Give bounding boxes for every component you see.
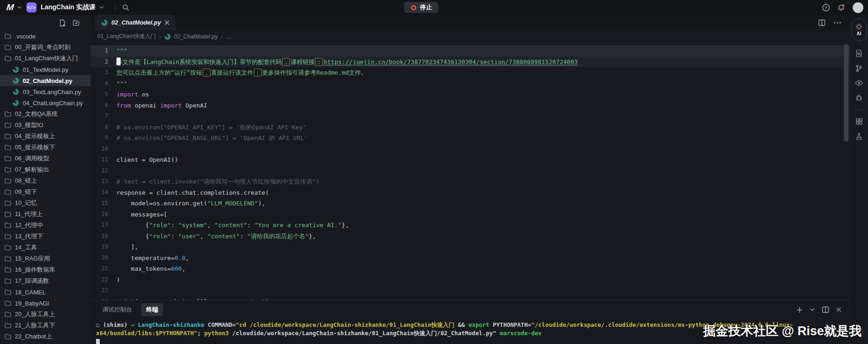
tree-item[interactable]: 02_ChatModel.py: [0, 75, 90, 86]
tree-item[interactable]: 15_RAG应用: [0, 253, 90, 264]
tree-item[interactable]: 01_LangChain快速入门: [0, 53, 90, 64]
line-number: 20: [90, 253, 108, 264]
tree-item[interactable]: 00_开篇词_奇点时刻: [0, 42, 90, 53]
terminal-cursor: [96, 339, 100, 344]
tree-item[interactable]: 08_链上: [0, 175, 90, 186]
preview-eye-icon[interactable]: [852, 77, 866, 89]
code-line[interactable]: 3您可以点击最上方的“运行”按钮，直接运行该文件；更多操作指引请参考Readme…: [90, 67, 849, 78]
bell-icon[interactable]: [837, 4, 845, 12]
code-token: ，: [203, 69, 211, 76]
tree-item[interactable]: 04_提示模板上: [0, 131, 90, 142]
new-folder-icon[interactable]: [73, 20, 80, 26]
code-line[interactable]: 22): [90, 274, 849, 286]
tree-item[interactable]: 03_TextLangChain.py: [0, 86, 90, 97]
tree-item[interactable]: 13_代理下: [0, 231, 90, 242]
debug-bug-icon[interactable]: [852, 92, 866, 104]
breadcrumb-item[interactable]: …: [226, 33, 231, 40]
code-line[interactable]: 9# os.environ["OPENAI_BASE_URL"] = 'Open…: [90, 133, 849, 144]
breadcrumb-item[interactable]: 02_ChatModel.py: [174, 33, 218, 40]
more-actions-icon[interactable]: [834, 22, 841, 24]
tree-item[interactable]: 12_代理中: [0, 220, 90, 231]
code-line[interactable]: 13# text = client.invoke("请给我写一句情人节红玫瑰的中…: [90, 176, 849, 187]
tree-item[interactable]: 07_解析输出: [0, 164, 90, 175]
close-panel-icon[interactable]: [836, 307, 841, 312]
tree-item[interactable]: 01_TextModel.py: [0, 64, 90, 75]
tree-item[interactable]: 11_代理上: [0, 209, 90, 220]
terminal-token: PYTHONPATH=: [493, 321, 531, 328]
stop-button[interactable]: 停止: [404, 2, 438, 13]
tree-item[interactable]: 05_提示模板下: [0, 142, 90, 153]
new-file-icon[interactable]: [59, 19, 66, 26]
split-editor-icon[interactable]: [818, 19, 825, 26]
code-line[interactable]: 18 {"role": "user", "content": "请给我的花店起个…: [90, 231, 849, 242]
folder-icon: [5, 334, 11, 339]
code-line[interactable]: 21 max_tokens=600,: [90, 263, 849, 274]
tab-debug-console[interactable]: 调试控制台: [97, 303, 137, 316]
code-line[interactable]: 1""": [90, 45, 849, 57]
code-line[interactable]: 17 {"role": "system", "content": "You ar…: [90, 220, 849, 231]
tree-item[interactable]: 20_人脉工具上: [0, 309, 90, 320]
project-icon[interactable]: </>: [26, 2, 37, 13]
code-line[interactable]: 4""": [90, 78, 849, 89]
tree-item[interactable]: 19_BabyAGI: [0, 298, 90, 309]
code-line[interactable]: 15 model=os.environ.get("LLM_MODELEND"),: [90, 198, 849, 209]
code-line[interactable]: 12: [90, 166, 849, 177]
tree-item[interactable]: 02_文档QA系统: [0, 108, 90, 120]
line-number: 21: [90, 263, 108, 274]
tree-item[interactable]: 18_CAMEL: [0, 287, 90, 298]
breadcrumb-item[interactable]: 01_LangChain快速入门: [97, 32, 156, 40]
code-line[interactable]: 5import os: [90, 89, 849, 100]
git-branch-icon[interactable]: [852, 62, 866, 74]
code-line[interactable]: 23: [90, 285, 849, 296]
file-search-icon[interactable]: [852, 47, 866, 59]
tree-item[interactable]: 04_ChatLongChain.py: [0, 97, 90, 108]
workspace-title[interactable]: LangChain 实战课: [41, 3, 96, 12]
line-content: {"role": "user", "content": "请给我的花店起个名"}…: [108, 231, 316, 242]
flask-icon[interactable]: [852, 130, 866, 142]
code-editor[interactable]: 1"""2本文件是【LangChain系统安装和快速入门】章节的配套代码，课程链…: [90, 43, 849, 300]
vertical-scrollbar[interactable]: [844, 44, 849, 142]
code-token: ,: [200, 233, 207, 240]
line-content: ): [108, 274, 120, 286]
code-line[interactable]: 10: [90, 144, 849, 155]
tree-item-label: 17_回调函数: [15, 277, 49, 285]
split-panel-icon[interactable]: [822, 306, 829, 313]
ai-assistant-button[interactable]: AI: [852, 19, 867, 41]
code-line[interactable]: 20 temperature=0.8,: [90, 253, 849, 264]
code-line[interactable]: 7: [90, 111, 849, 122]
tree-item[interactable]: 14_工具: [0, 242, 90, 253]
tab-terminal[interactable]: 终端: [141, 303, 163, 316]
close-icon[interactable]: [165, 20, 169, 25]
tab-02-chatmodel[interactable]: 02_ChatModel.py: [95, 15, 175, 30]
chevron-down-icon[interactable]: [99, 6, 104, 9]
divider: [115, 4, 116, 11]
code-line[interactable]: 24print(response.choices[0].message.cont…: [90, 296, 849, 300]
code-line[interactable]: 8# os.environ["OPENAI_API_KEY"] = '你的Ope…: [90, 122, 849, 133]
tree-item[interactable]: 06_调用模型: [0, 153, 90, 164]
extensions-grid-icon[interactable]: [852, 115, 866, 127]
search-icon[interactable]: [122, 4, 129, 11]
chevron-down-icon[interactable]: [17, 6, 22, 9]
tree-item[interactable]: .vscode: [0, 31, 90, 42]
code-token: 课程链接: [290, 58, 315, 65]
code-line[interactable]: 16 messages=[: [90, 209, 849, 220]
tree-item[interactable]: 03_模型IO: [0, 120, 90, 131]
terminal-dropdown-icon[interactable]: [810, 308, 815, 311]
new-terminal-icon[interactable]: [797, 307, 803, 313]
code-line[interactable]: 14response = client.chat.completions.cre…: [90, 187, 849, 198]
marscode-logo[interactable]: M: [6, 2, 14, 13]
avatar[interactable]: [853, 2, 863, 13]
code-line[interactable]: 6from openai import OpenAI: [90, 100, 849, 111]
code-line[interactable]: 11client = OpenAI(): [90, 154, 849, 166]
tree-item[interactable]: 22_Chatbot上: [0, 331, 90, 342]
help-icon[interactable]: ?: [822, 4, 830, 12]
tree-item[interactable]: 16_操作数据库: [0, 264, 90, 275]
folder-icon: [5, 178, 11, 184]
code-line[interactable]: 19 ],: [90, 242, 849, 253]
tree-item[interactable]: 09_链下: [0, 186, 90, 197]
line-content: response = client.chat.completions.creat…: [108, 187, 269, 198]
tree-item[interactable]: 10_记忆: [0, 197, 90, 209]
tree-item[interactable]: 21_人脉工具下: [0, 320, 90, 331]
tree-item[interactable]: 17_回调函数: [0, 275, 90, 287]
code-line[interactable]: 2本文件是【LangChain系统安装和快速入门】章节的配套代码，课程链接：ht…: [90, 57, 849, 68]
